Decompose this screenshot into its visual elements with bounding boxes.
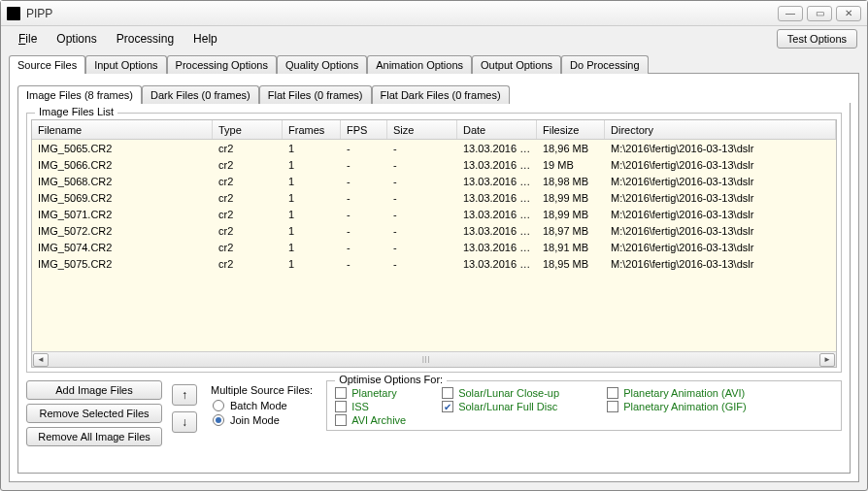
table-header: Filename Type Frames FPS Size Date Files… <box>32 120 836 140</box>
tab-input-options[interactable]: Input Options <box>85 55 166 74</box>
table-row[interactable]: IMG_5074.CR2cr21--13.03.2016 1...18,91 M… <box>32 239 836 255</box>
add-image-files-button[interactable]: Add Image Files <box>26 380 162 400</box>
cell: - <box>341 176 387 187</box>
subtab-flat-dark-files[interactable]: Flat Dark Files (0 frames) <box>372 85 510 104</box>
cell: cr2 <box>213 225 283 237</box>
cell: - <box>387 192 457 204</box>
cell: 18,99 MB <box>537 209 605 220</box>
scroll-grip-icon[interactable]: ||| <box>422 355 446 365</box>
cell: cr2 <box>213 258 283 270</box>
cell: - <box>341 258 387 270</box>
chk-anim-gif[interactable]: Planetary Animation (GIF) <box>607 401 782 412</box>
cell: - <box>341 242 387 253</box>
cell: IMG_5074.CR2 <box>32 242 213 253</box>
horizontal-scrollbar[interactable]: ◄ ||| ► <box>32 351 836 367</box>
move-up-button[interactable]: ↑ <box>172 384 197 406</box>
menu-file[interactable]: File <box>11 29 45 49</box>
cell: 13.03.2016 1... <box>457 225 537 237</box>
source-files-panel: Image Files (8 frames) Dark Files (0 fra… <box>9 73 859 482</box>
table-row[interactable]: IMG_5071.CR2cr21--13.03.2016 1...18,99 M… <box>32 206 836 222</box>
chk-planetary[interactable]: Planetary <box>335 387 432 399</box>
menu-help[interactable]: Help <box>185 29 225 49</box>
cell: IMG_5065.CR2 <box>32 143 213 154</box>
cell: - <box>387 258 457 270</box>
cell: 18,97 MB <box>537 225 605 237</box>
chk-iss[interactable]: ISS <box>335 401 432 412</box>
cell: 13.03.2016 1... <box>457 143 537 154</box>
cell: - <box>341 192 387 204</box>
cell: 13.03.2016 1... <box>457 159 537 171</box>
table-row[interactable]: IMG_5066.CR2cr21--13.03.2016 1...19 MBM:… <box>32 156 836 173</box>
cell: 1 <box>283 143 341 154</box>
main-window: PIPP — ▭ ✕ File Options Processing Help … <box>0 0 868 491</box>
cell: - <box>341 225 387 237</box>
remove-selected-button[interactable]: Remove Selected Files <box>26 404 162 423</box>
remove-all-button[interactable]: Remove All Image Files <box>26 427 162 446</box>
cell: cr2 <box>213 192 283 204</box>
cell: M:\2016\fertig\2016-03-13\dslr <box>605 209 836 220</box>
tab-output-options[interactable]: Output Options <box>472 55 561 74</box>
menu-processing[interactable]: Processing <box>109 29 182 49</box>
cell: 18,95 MB <box>537 258 605 270</box>
cell: 18,98 MB <box>537 176 605 187</box>
test-options-button[interactable]: Test Options <box>777 29 857 49</box>
table-row[interactable]: IMG_5075.CR2cr21--13.03.2016 1...18,95 M… <box>32 255 836 272</box>
cell: - <box>387 209 457 220</box>
col-type[interactable]: Type <box>213 120 283 139</box>
bottom-controls: Add Image Files Remove Selected Files Re… <box>18 378 850 446</box>
cell: 1 <box>283 225 341 237</box>
col-filename[interactable]: Filename <box>32 120 213 139</box>
chk-solar-fulldisc[interactable]: ✔Solar/Lunar Full Disc <box>442 401 597 412</box>
cell: - <box>387 159 457 171</box>
cell: cr2 <box>213 176 283 187</box>
subtab-image-files[interactable]: Image Files (8 frames) <box>17 85 142 104</box>
sub-tabs: Image Files (8 frames) Dark Files (0 fra… <box>10 82 858 103</box>
chk-anim-avi[interactable]: Planetary Animation (AVI) <box>607 387 782 399</box>
table-row[interactable]: IMG_5069.CR2cr21--13.03.2016 1...18,99 M… <box>32 189 836 206</box>
col-frames[interactable]: Frames <box>283 120 341 139</box>
radio-batch-mode[interactable]: Batch Mode <box>213 400 311 411</box>
menu-options[interactable]: Options <box>49 29 104 49</box>
cell: IMG_5072.CR2 <box>32 225 213 237</box>
app-icon <box>7 7 20 20</box>
chk-solar-closeup[interactable]: Solar/Lunar Close-up <box>442 387 597 399</box>
radio-join-mode[interactable]: Join Mode <box>213 414 311 426</box>
col-filesize[interactable]: Filesize <box>537 120 605 139</box>
cell: 13.03.2016 1... <box>457 242 537 253</box>
modes-label: Multiple Source Files: <box>211 384 313 396</box>
list-legend: Image Files List <box>35 106 117 117</box>
close-button[interactable]: ✕ <box>836 6 861 21</box>
minimize-button[interactable]: — <box>778 6 803 21</box>
tab-source-files[interactable]: Source Files <box>9 55 85 74</box>
tab-animation-options[interactable]: Animation Options <box>367 55 472 74</box>
menubar: File Options Processing Help Test Option… <box>1 26 867 51</box>
col-size[interactable]: Size <box>387 120 457 139</box>
table-row[interactable]: IMG_5072.CR2cr21--13.03.2016 1...18,97 M… <box>32 222 836 239</box>
subtab-flat-files[interactable]: Flat Files (0 frames) <box>259 85 372 104</box>
table-row[interactable]: IMG_5068.CR2cr21--13.03.2016 1...18,98 M… <box>32 173 836 189</box>
col-directory[interactable]: Directory <box>605 120 836 139</box>
cell: - <box>341 159 387 171</box>
col-date[interactable]: Date <box>457 120 537 139</box>
maximize-button[interactable]: ▭ <box>807 6 832 21</box>
subtab-dark-files[interactable]: Dark Files (0 frames) <box>142 85 259 104</box>
scroll-right-icon[interactable]: ► <box>819 353 835 367</box>
tab-quality-options[interactable]: Quality Options <box>277 55 367 74</box>
main-tabs: Source Files Input Options Processing Op… <box>1 51 867 73</box>
tab-processing-options[interactable]: Processing Options <box>167 55 277 74</box>
cell: IMG_5075.CR2 <box>32 258 213 270</box>
table-row[interactable]: IMG_5065.CR2cr21--13.03.2016 1...18,96 M… <box>32 140 836 156</box>
cell: 13.03.2016 1... <box>457 209 537 220</box>
source-mode-group: Multiple Source Files: Batch Mode Join M… <box>207 380 317 429</box>
tab-do-processing[interactable]: Do Processing <box>561 55 649 74</box>
col-fps[interactable]: FPS <box>341 120 387 139</box>
cell: 1 <box>283 209 341 220</box>
cell: M:\2016\fertig\2016-03-13\dslr <box>605 176 836 187</box>
cell: 1 <box>283 242 341 253</box>
cell: - <box>387 143 457 154</box>
move-down-button[interactable]: ↓ <box>172 411 197 433</box>
chk-avi-archive[interactable]: AVI Archive <box>335 414 432 426</box>
file-table: Filename Type Frames FPS Size Date Files… <box>31 119 837 368</box>
scroll-left-icon[interactable]: ◄ <box>33 353 49 367</box>
cell: - <box>387 176 457 187</box>
